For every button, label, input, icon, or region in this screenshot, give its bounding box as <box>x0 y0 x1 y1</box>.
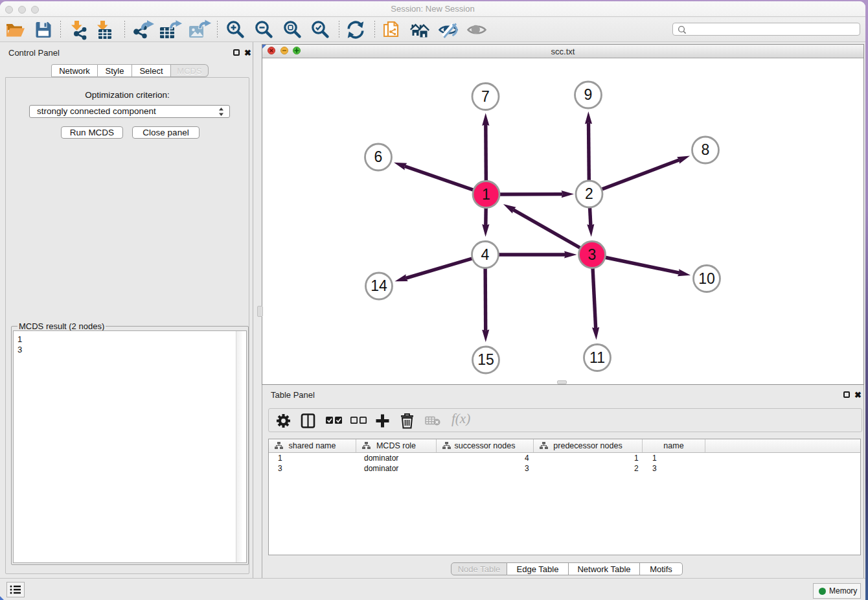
svg-text:11: 11 <box>589 349 605 366</box>
svg-text:10: 10 <box>698 270 715 287</box>
svg-text:6: 6 <box>374 148 383 165</box>
svg-text:2: 2 <box>585 185 593 202</box>
svg-text:1: 1 <box>482 186 490 203</box>
svg-text:3: 3 <box>588 246 597 263</box>
svg-text:9: 9 <box>584 86 593 103</box>
svg-text:7: 7 <box>481 88 490 105</box>
svg-text:8: 8 <box>702 141 710 158</box>
svg-text:14: 14 <box>371 277 387 294</box>
svg-text:15: 15 <box>477 351 494 368</box>
svg-text:4: 4 <box>481 246 490 263</box>
